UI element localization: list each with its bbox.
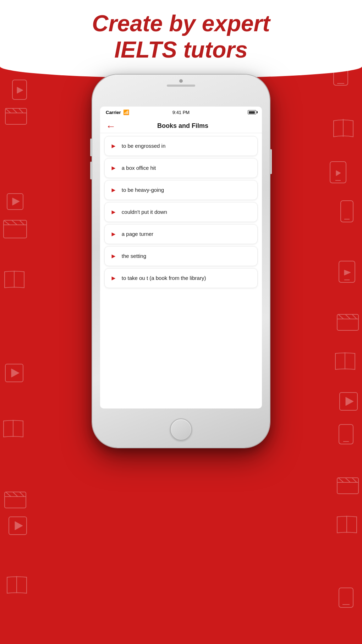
play-arrow-icon: ► [110,165,117,171]
play-arrow-icon: ► [110,275,117,281]
list-item[interactable]: ► to be engrossed in [104,136,258,156]
item-text: a page turner [122,231,153,238]
play-arrow-icon: ► [110,143,117,149]
phone-shell: Carrier 📶 9:41 PM ← Books and Films ► [92,75,270,448]
battery-fill [249,111,255,114]
app-header: ← Books and Films [100,118,262,133]
item-text: to be engrossed in [122,142,165,150]
play-arrow-icon: ► [110,231,117,237]
volume-up-button [90,139,92,156]
list-item[interactable]: ► a box office hit [104,158,258,178]
item-text: to be heavy-going [122,186,164,194]
wifi-icon: 📶 [123,109,129,115]
phone-top-bar [92,85,270,87]
header-line2: IELTS tutors [0,37,362,63]
front-camera [179,79,183,83]
volume-down-button [90,162,92,179]
back-button[interactable]: ← [106,121,119,130]
status-time: 9:41 PM [172,110,190,115]
list-item[interactable]: ► to be heavy-going [104,180,258,200]
play-arrow-icon: ► [110,253,117,259]
app-tagline: Create by expert IELTS tutors [0,11,362,63]
item-text: the setting [122,253,146,260]
list-item[interactable]: ► the setting [104,246,258,266]
status-bar: Carrier 📶 9:41 PM [100,107,262,118]
status-left: Carrier 📶 [106,109,129,115]
battery-icon [248,110,256,114]
item-text: to take ou t (a book from the library) [122,275,206,282]
header-line1: Create by expert [0,11,362,37]
play-arrow-icon: ► [110,209,117,215]
item-text: a box office hit [122,164,156,172]
phone-screen: Carrier 📶 9:41 PM ← Books and Films ► [100,107,262,408]
item-text: couldn't put it down [122,209,167,216]
phone-device: Carrier 📶 9:41 PM ← Books and Films ► [92,75,270,448]
play-arrow-icon: ► [110,187,117,193]
power-button [270,149,272,174]
list-item[interactable]: ► a page turner [104,224,258,244]
screen-title: Books and Films [122,122,243,130]
list-item[interactable]: ► to take ou t (a book from the library) [104,268,258,288]
home-button[interactable] [170,418,192,440]
vocabulary-list: ► to be engrossed in ► a box office hit … [100,133,262,291]
earpiece-speaker [167,85,195,87]
status-right [248,110,256,114]
carrier-label: Carrier [106,110,121,115]
list-item[interactable]: ► couldn't put it down [104,202,258,222]
